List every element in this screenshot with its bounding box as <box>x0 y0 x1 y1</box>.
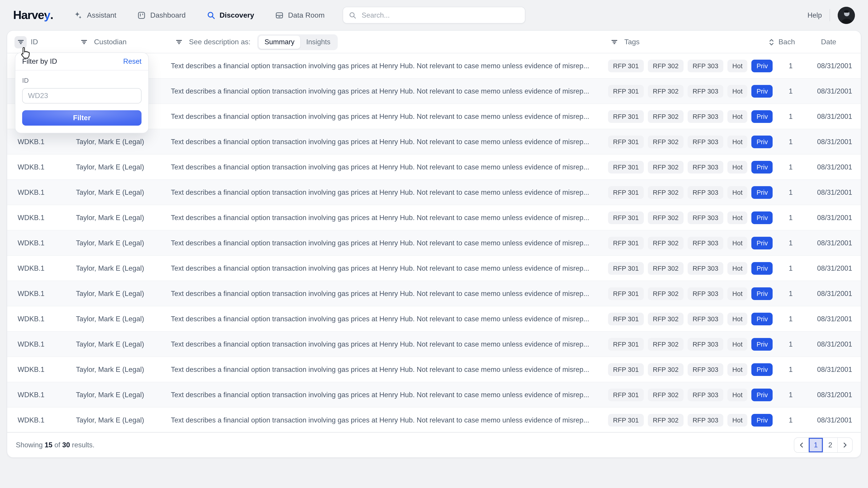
help-link[interactable]: Help <box>807 11 822 19</box>
row-id: WDKB.1 <box>18 357 44 382</box>
custodian-filter-button[interactable] <box>78 36 90 48</box>
filter-icon <box>175 38 182 46</box>
tag-pill: RFP 301 <box>608 287 644 300</box>
toggle-summary[interactable]: Summary <box>258 35 301 48</box>
search-input[interactable] <box>361 11 520 20</box>
row-tags: RFP 301RFP 302RFP 303HotPriv <box>608 155 773 180</box>
reset-link[interactable]: Reset <box>123 57 142 66</box>
tab-discovery[interactable]: Discovery <box>206 11 254 20</box>
description-mode-toggle: Summary Insights <box>257 34 338 50</box>
column-header-id: ID <box>14 31 38 53</box>
id-field-label: ID <box>22 77 142 84</box>
logo-y: y <box>44 8 50 22</box>
tab-label: Discovery <box>219 11 254 19</box>
row-tags: RFP 301RFP 302RFP 303HotPriv <box>608 78 773 104</box>
table-row[interactable]: WDKB.1 Taylor, Mark E (Legal) Text descr… <box>7 180 861 205</box>
description-filter-button[interactable] <box>173 36 185 48</box>
column-label-custodian[interactable]: Custodian <box>94 38 127 46</box>
chevron-left-icon <box>798 442 804 448</box>
column-label-id[interactable]: ID <box>31 38 38 46</box>
row-date: 08/31/2001 <box>817 205 852 230</box>
table-row[interactable]: WDKB.1 Taylor, Mark E (Legal) Text descr… <box>7 382 861 408</box>
tag-pill: Hot <box>727 389 747 401</box>
search-icon <box>348 11 357 19</box>
filter-icon <box>80 38 88 46</box>
row-tags: RFP 301RFP 302RFP 303HotPriv <box>608 129 773 155</box>
table-row[interactable]: WDKB.1 Taylor, Mark E (Legal) Text descr… <box>7 205 861 230</box>
page-button-2[interactable]: 2 <box>823 437 838 452</box>
row-tags: RFP 301RFP 302RFP 303HotPriv <box>608 104 773 129</box>
row-bach: 1 <box>781 53 801 78</box>
priv-tag-pill: Priv <box>752 161 773 173</box>
tag-pill: RFP 301 <box>608 161 644 173</box>
table-row[interactable]: WDKB.1 Taylor, Mark E (Legal) Text descr… <box>7 332 861 357</box>
table-row[interactable]: WDKB.1 Taylor, Mark E (Legal) Text descr… <box>7 256 861 281</box>
priv-tag-pill: Priv <box>752 363 773 376</box>
row-custodian: Taylor, Mark E (Legal) <box>76 180 144 205</box>
priv-tag-pill: Priv <box>752 135 773 148</box>
toggle-insights[interactable]: Insights <box>301 35 336 48</box>
tag-pill: RFP 301 <box>608 338 644 351</box>
column-label-bach[interactable]: Bach <box>778 38 795 46</box>
magnifier-icon <box>206 11 215 20</box>
column-header-description: See description as: Summary Insights <box>173 31 338 53</box>
tag-pill: Hot <box>727 237 747 250</box>
tag-pill: RFP 303 <box>688 186 723 199</box>
tab-label: Dashboard <box>150 11 186 19</box>
row-custodian: Taylor, Mark E (Legal) <box>76 357 144 382</box>
sort-icon[interactable] <box>769 38 774 46</box>
tags-filter-button[interactable] <box>608 36 620 48</box>
tag-pill: RFP 302 <box>648 389 684 401</box>
tag-pill: RFP 302 <box>648 313 684 325</box>
tag-pill: RFP 302 <box>648 85 684 98</box>
table-row[interactable]: WDKB.1 Taylor, Mark E (Legal) Text descr… <box>7 230 861 256</box>
row-description: Text describes a financial option transa… <box>171 180 589 205</box>
row-description: Text describes a financial option transa… <box>171 104 589 129</box>
priv-tag-pill: Priv <box>752 212 773 224</box>
tag-pill: RFP 303 <box>688 212 723 224</box>
tab-dashboard[interactable]: Dashboard <box>137 11 186 20</box>
row-date: 08/31/2001 <box>817 281 852 306</box>
table-row[interactable]: WDKB.1 Taylor, Mark E (Legal) Text descr… <box>7 155 861 180</box>
tag-pill: RFP 303 <box>688 313 723 325</box>
row-date: 08/31/2001 <box>817 155 852 180</box>
tag-pill: RFP 302 <box>648 338 684 351</box>
priv-tag-pill: Priv <box>752 313 773 325</box>
priv-tag-pill: Priv <box>752 262 773 275</box>
tab-label: Assistant <box>87 11 116 19</box>
chevron-right-icon <box>842 442 848 448</box>
column-label-tags[interactable]: Tags <box>624 38 640 46</box>
prev-page-button[interactable] <box>794 437 809 452</box>
row-tags: RFP 301RFP 302RFP 303HotPriv <box>608 357 773 382</box>
row-bach: 1 <box>781 382 801 408</box>
row-id: WDKB.1 <box>18 205 44 230</box>
tag-pill: RFP 301 <box>608 186 644 199</box>
id-filter-input[interactable] <box>22 88 142 103</box>
logo-text: Harve <box>13 8 44 22</box>
sparkles-icon <box>74 11 83 20</box>
row-description: Text describes a financial option transa… <box>171 256 589 281</box>
table-row[interactable]: WDKB.1 Taylor, Mark E (Legal) Text descr… <box>7 408 861 433</box>
row-tags: RFP 301RFP 302RFP 303HotPriv <box>608 256 773 281</box>
tag-pill: RFP 302 <box>648 287 684 300</box>
priv-tag-pill: Priv <box>752 186 773 199</box>
table-row[interactable]: WDKB.1 Taylor, Mark E (Legal) Text descr… <box>7 357 861 382</box>
row-bach: 1 <box>781 306 801 332</box>
priv-tag-pill: Priv <box>752 110 773 123</box>
table-footer: Showing 15 of 30 results. 1 2 <box>7 432 861 457</box>
tag-pill: Hot <box>727 287 747 300</box>
next-page-button[interactable] <box>838 437 852 452</box>
tab-data-room[interactable]: Data Room <box>275 11 324 20</box>
tag-pill: RFP 303 <box>688 85 723 98</box>
user-avatar[interactable] <box>838 6 855 24</box>
tag-pill: Hot <box>727 212 747 224</box>
apply-filter-button[interactable]: Filter <box>22 110 142 126</box>
column-label-date[interactable]: Date <box>821 38 836 46</box>
tab-assistant[interactable]: Assistant <box>74 11 116 20</box>
tag-pill: RFP 302 <box>648 363 684 376</box>
table-row[interactable]: WDKB.1 Taylor, Mark E (Legal) Text descr… <box>7 306 861 332</box>
page-button-1[interactable]: 1 <box>809 437 823 452</box>
table-row[interactable]: WDKB.1 Taylor, Mark E (Legal) Text descr… <box>7 281 861 306</box>
tag-pill: Hot <box>727 262 747 275</box>
id-filter-button[interactable] <box>14 36 27 48</box>
